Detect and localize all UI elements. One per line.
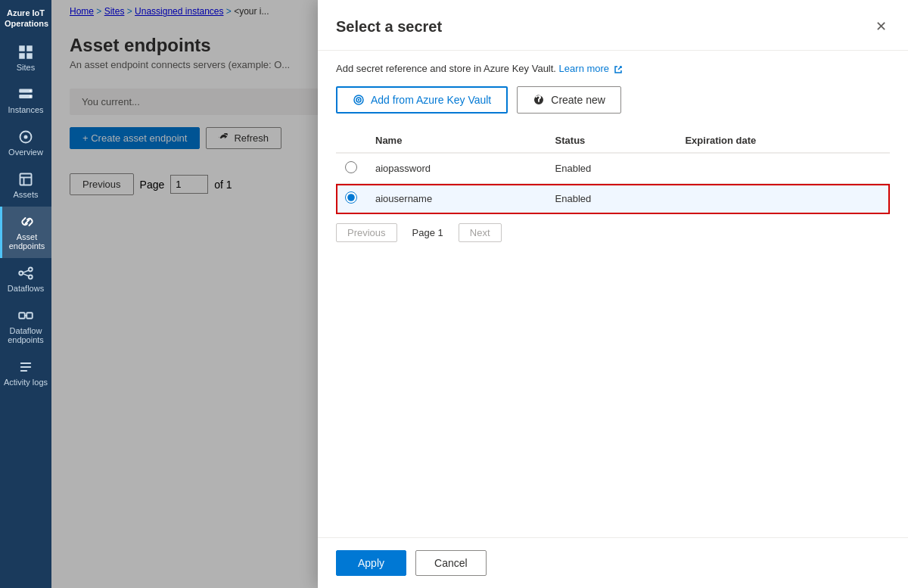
- svg-rect-19: [19, 313, 25, 319]
- modal-action-buttons: Add from Azure Key Vault Create new: [336, 86, 890, 114]
- sidebar-item-dataflows-label: Dataflows: [8, 284, 44, 293]
- svg-point-6: [30, 89, 32, 92]
- radio-cell-aiousername[interactable]: [336, 184, 366, 214]
- dataflows-icon: [18, 266, 33, 281]
- svg-rect-1: [26, 45, 33, 51]
- col-expiration: Expiration date: [676, 129, 890, 153]
- radio-cell-aiopassword[interactable]: [336, 153, 366, 184]
- keyvault-icon: [353, 94, 365, 106]
- svg-rect-10: [20, 173, 32, 185]
- table-row[interactable]: aiopassword Enabled: [336, 153, 890, 184]
- sidebar-item-asset-endpoints-label: Asset endpoints: [5, 232, 48, 250]
- grid-icon: [18, 45, 33, 60]
- app-title: Azure IoT Operations: [0, 0, 51, 37]
- secret-status-aiousername: Enabled: [546, 184, 676, 214]
- svg-point-16: [29, 275, 33, 278]
- sidebar-item-dataflows[interactable]: Dataflows: [0, 258, 51, 300]
- modal-header: Select a secret ✕: [318, 0, 908, 51]
- modal-pagination: Previous Page 1 Next: [336, 223, 890, 242]
- add-from-keyvault-button[interactable]: Add from Azure Key Vault: [336, 86, 508, 114]
- sidebar-item-assets-label: Assets: [13, 190, 38, 199]
- col-select: [336, 129, 366, 153]
- svg-line-17: [23, 270, 29, 272]
- assets-icon: [18, 172, 33, 187]
- svg-rect-0: [19, 45, 25, 51]
- create-new-button[interactable]: Create new: [517, 86, 621, 114]
- sidebar-item-dataflow-endpoints[interactable]: Dataflow endpoints: [0, 300, 51, 352]
- svg-point-9: [24, 135, 28, 138]
- link-icon: [20, 214, 35, 229]
- modal-close-button[interactable]: ✕: [872, 15, 890, 38]
- svg-rect-2: [19, 53, 25, 59]
- svg-point-14: [19, 271, 23, 275]
- sidebar-item-activity-logs[interactable]: Activity logs: [0, 352, 51, 394]
- sidebar: Azure IoT Operations Sites Instances Ove…: [0, 0, 51, 588]
- svg-rect-3: [26, 53, 33, 59]
- create-new-icon: [533, 94, 545, 106]
- svg-point-15: [29, 267, 33, 271]
- secrets-table: Name Status Expiration date aiopassword …: [336, 129, 890, 214]
- sidebar-item-overview[interactable]: Overview: [0, 122, 51, 164]
- modal-description: Add secret reference and store in Azure …: [336, 63, 890, 74]
- sidebar-item-overview-label: Overview: [8, 148, 43, 157]
- modal-previous-button[interactable]: Previous: [336, 223, 397, 242]
- dataflow-endpoints-icon: [18, 308, 33, 323]
- secret-expiration-aiousername: [676, 184, 890, 214]
- secret-name-aiousername: aiousername: [366, 184, 546, 214]
- apply-button[interactable]: Apply: [336, 550, 406, 576]
- radio-aiopassword[interactable]: [345, 161, 357, 173]
- modal-next-button[interactable]: Next: [459, 223, 502, 242]
- modal-title: Select a secret: [336, 18, 442, 36]
- sidebar-item-asset-endpoints[interactable]: Asset endpoints: [0, 207, 51, 258]
- col-status: Status: [546, 129, 676, 153]
- modal-footer: Apply Cancel: [318, 537, 908, 588]
- create-new-label: Create new: [551, 94, 605, 106]
- svg-point-7: [30, 95, 32, 98]
- svg-line-18: [23, 273, 29, 275]
- col-name: Name: [366, 129, 546, 153]
- sidebar-item-instances[interactable]: Instances: [0, 79, 51, 122]
- modal-panel: Select a secret ✕ Add secret reference a…: [318, 0, 908, 588]
- sidebar-item-activity-logs-label: Activity logs: [4, 378, 48, 387]
- table-header-row: Name Status Expiration date: [336, 129, 890, 153]
- secret-expiration-aiopassword: [676, 153, 890, 184]
- secret-name-aiopassword: aiopassword: [366, 153, 546, 184]
- server-icon: [18, 87, 33, 102]
- sidebar-item-dataflow-endpoints-label: Dataflow endpoints: [3, 326, 48, 344]
- secret-status-aiopassword: Enabled: [546, 153, 676, 184]
- modal-page-label: Page 1: [403, 224, 452, 241]
- table-row-selected[interactable]: aiousername Enabled: [336, 184, 890, 214]
- cancel-button[interactable]: Cancel: [415, 550, 487, 576]
- sidebar-item-sites-label: Sites: [17, 63, 35, 72]
- sidebar-item-sites[interactable]: Sites: [0, 37, 51, 79]
- learn-more-link[interactable]: Learn more: [559, 63, 623, 74]
- add-keyvault-label: Add from Azure Key Vault: [371, 94, 491, 106]
- svg-point-28: [358, 99, 359, 101]
- sidebar-item-assets[interactable]: Assets: [0, 164, 51, 207]
- modal-body: Add secret reference and store in Azure …: [318, 51, 908, 537]
- radio-aiousername[interactable]: [345, 191, 357, 204]
- external-link-icon: [614, 65, 623, 74]
- overview-icon: [18, 129, 33, 145]
- sidebar-item-instances-label: Instances: [8, 105, 43, 114]
- activity-logs-icon: [18, 359, 33, 375]
- svg-rect-20: [26, 313, 33, 319]
